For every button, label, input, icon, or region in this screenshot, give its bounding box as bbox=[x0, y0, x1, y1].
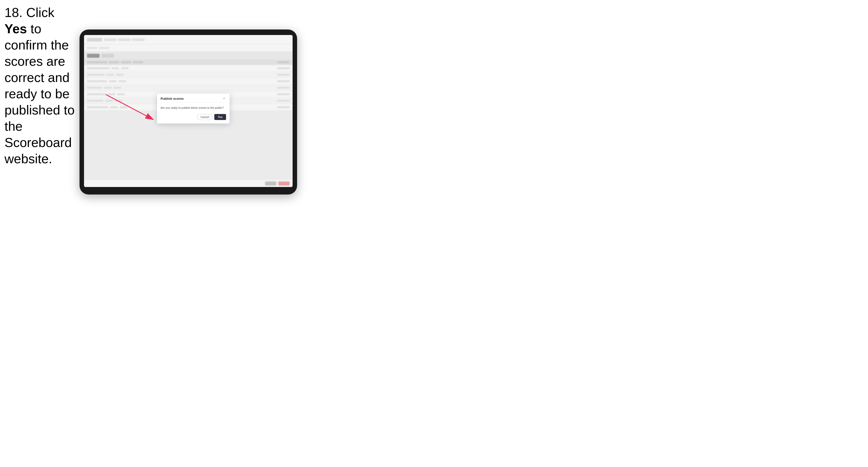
modal-overlay: Publish scores × Are you ready to publis… bbox=[84, 35, 292, 187]
modal-body: Are you ready to publish these scores to… bbox=[157, 103, 229, 114]
instruction-bold: Yes bbox=[4, 22, 27, 36]
modal-close-button[interactable]: × bbox=[222, 96, 226, 100]
publish-scores-dialog: Publish scores × Are you ready to publis… bbox=[157, 93, 229, 124]
modal-message: Are you ready to publish these scores to… bbox=[160, 106, 226, 110]
step-number: 18. bbox=[4, 5, 23, 20]
modal-header: Publish scores × bbox=[157, 93, 229, 103]
modal-title: Publish scores bbox=[160, 97, 184, 100]
yes-button[interactable]: Yes bbox=[214, 114, 226, 120]
instruction-suffix: to confirm the scores are correct and re… bbox=[4, 22, 74, 166]
modal-actions: Cancel Yes bbox=[157, 114, 229, 124]
cancel-button[interactable]: Cancel bbox=[197, 114, 212, 120]
instruction-text: 18. Click Yes to confirm the scores are … bbox=[4, 4, 77, 167]
instruction-prefix: Click bbox=[23, 5, 54, 20]
tablet-frame: Publish scores × Are you ready to publis… bbox=[80, 30, 297, 194]
tablet-screen: Publish scores × Are you ready to publis… bbox=[84, 35, 292, 187]
